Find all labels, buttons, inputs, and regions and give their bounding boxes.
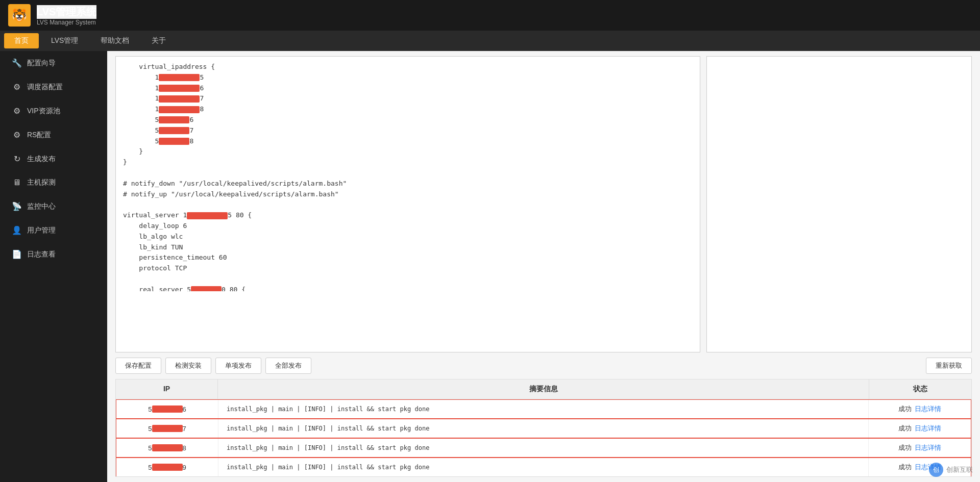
nav: 首页 LVS管理 帮助文档 关于 <box>0 31 980 51</box>
col-status: 状态 <box>869 379 971 399</box>
user-icon: 👤 <box>12 225 22 235</box>
sidebar-item-user[interactable]: 👤 用户管理 <box>0 218 107 242</box>
right-panel <box>706 56 972 352</box>
status-cell: 成功 日志详情 <box>869 400 971 418</box>
content: virtual_ipaddress { 15 16 17 18 56 57 58… <box>107 51 980 482</box>
main-content: virtual_ipaddress { 15 16 17 18 56 57 58… <box>107 51 980 482</box>
actions-row: 保存配置 检测安装 单项发布 全部发布 重新获取 <box>107 352 980 379</box>
sidebar-item-host-detect[interactable]: 🖥 主机探测 <box>0 171 107 194</box>
log-icon: 📄 <box>12 249 22 259</box>
log-detail-link[interactable]: 日志详情 <box>915 424 941 433</box>
save-config-button[interactable]: 保存配置 <box>115 358 161 374</box>
check-install-button[interactable]: 检测安装 <box>165 358 211 374</box>
msg-cell: install_pkg | main | [INFO] | install &&… <box>218 419 869 438</box>
ip-cell: 59 <box>116 458 218 476</box>
layout: 🔧 配置向导 ⚙ 调度器配置 ⚙ VIP资源池 ⚙ RS配置 ↻ 生成发布 🖥 … <box>0 51 980 482</box>
sidebar-item-publish[interactable]: ↻ 生成发布 <box>0 147 107 171</box>
gear-icon: ⚙ <box>12 82 22 92</box>
status-cell: 成功 日志详情 <box>869 439 971 457</box>
monitor-icon: 📡 <box>12 201 22 211</box>
config-panel: virtual_ipaddress { 15 16 17 18 56 57 58… <box>107 51 980 352</box>
header: 🐯 LVS管理系统 LVS Manager System <box>0 0 980 31</box>
log-detail-link[interactable]: 日志详情 <box>915 404 941 414</box>
ip-cell: 58 <box>116 439 218 457</box>
logo: 🐯 <box>8 4 31 27</box>
ip-cell: 56 <box>116 400 218 418</box>
table-row: 57 install_pkg | main | [INFO] | install… <box>116 419 971 438</box>
gear2-icon: ⚙ <box>12 106 22 116</box>
sidebar-item-vip-pool[interactable]: ⚙ VIP资源池 <box>0 99 107 123</box>
watermark: 创 创新互联 <box>929 463 973 477</box>
right-content-area <box>707 57 971 291</box>
refresh-icon: ↻ <box>12 154 22 164</box>
col-ip: IP <box>116 379 218 399</box>
table-header: IP 摘要信息 状态 <box>116 379 971 399</box>
col-msg: 摘要信息 <box>218 379 869 399</box>
ip-cell: 57 <box>116 419 218 438</box>
sidebar-item-scheduler[interactable]: ⚙ 调度器配置 <box>0 75 107 99</box>
header-title: LVS管理系统 LVS Manager System <box>37 5 96 26</box>
watermark-text: 创新互联 <box>946 465 973 474</box>
table-row: 58 install_pkg | main | [INFO] | install… <box>116 438 971 458</box>
status-cell: 成功 日志详情 <box>869 419 971 438</box>
wrench-icon: 🔧 <box>12 58 22 68</box>
probe-icon: 🖥 <box>12 178 22 187</box>
right-buttons: 重新获取 <box>926 358 972 374</box>
sidebar: 🔧 配置向导 ⚙ 调度器配置 ⚙ VIP资源池 ⚙ RS配置 ↻ 生成发布 🖥 … <box>0 51 107 482</box>
msg-cell: install_pkg | main | [INFO] | install &&… <box>218 439 869 457</box>
nav-item-lvs[interactable]: LVS管理 <box>41 33 88 48</box>
log-detail-link[interactable]: 日志详情 <box>915 443 941 452</box>
bottom-table: IP 摘要信息 状态 56 install_pkg | main | [INFO… <box>115 379 972 477</box>
nav-item-about[interactable]: 关于 <box>141 33 176 48</box>
sidebar-item-log[interactable]: 📄 日志查看 <box>0 242 107 266</box>
table-row: 56 install_pkg | main | [INFO] | install… <box>116 399 971 419</box>
gear3-icon: ⚙ <box>12 130 22 140</box>
all-publish-button[interactable]: 全部发布 <box>265 358 311 374</box>
code-editor[interactable]: virtual_ipaddress { 15 16 17 18 56 57 58… <box>116 57 700 291</box>
left-panel: virtual_ipaddress { 15 16 17 18 56 57 58… <box>115 56 700 352</box>
refresh-button[interactable]: 重新获取 <box>926 358 972 374</box>
watermark-icon: 创 <box>929 463 943 477</box>
nav-item-help[interactable]: 帮助文档 <box>90 33 139 48</box>
left-buttons: 保存配置 检测安装 单项发布 全部发布 <box>115 358 311 374</box>
single-publish-button[interactable]: 单项发布 <box>215 358 261 374</box>
table-row: 59 install_pkg | main | [INFO] | install… <box>116 458 971 476</box>
msg-cell: install_pkg | main | [INFO] | install &&… <box>218 458 869 476</box>
nav-item-home[interactable]: 首页 <box>4 33 39 48</box>
sidebar-item-rs-config[interactable]: ⚙ RS配置 <box>0 123 107 147</box>
sidebar-item-monitor[interactable]: 📡 监控中心 <box>0 194 107 218</box>
msg-cell: install_pkg | main | [INFO] | install &&… <box>218 400 869 418</box>
sidebar-item-config-wizard[interactable]: 🔧 配置向导 <box>0 51 107 75</box>
